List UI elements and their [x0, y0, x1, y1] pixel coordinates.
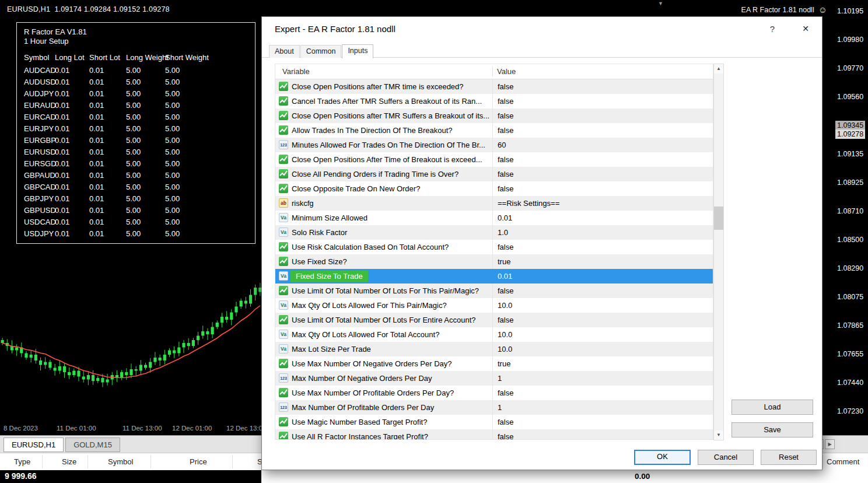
info-column-header: Long Lot — [55, 53, 85, 62]
close-icon[interactable]: ✕ — [797, 22, 814, 36]
tab-about[interactable]: About — [269, 45, 300, 58]
input-row[interactable]: 123Max Number Of Negative Orders Per Day… — [275, 371, 713, 386]
variable-value[interactable]: 1.0 — [492, 225, 713, 240]
profit-value: 0.00 — [635, 472, 650, 481]
chart-tab-gold-m15[interactable]: GOLD,M15 — [65, 438, 120, 452]
double-icon: Va — [279, 300, 288, 310]
input-row[interactable]: Use All R Factor Instances Target Profit… — [275, 429, 713, 440]
input-row[interactable]: Use Fixed Size?true — [275, 254, 713, 269]
price-tick: 1.07655 — [835, 349, 865, 359]
variable-value[interactable]: false — [492, 429, 713, 440]
input-row[interactable]: Use Max Number Of Profitable Orders Per … — [275, 386, 713, 400]
ea-info-panel: R Factor EA V1.81 1 Hour Setup SymbolLon… — [16, 22, 256, 244]
help-button[interactable]: ? — [765, 22, 780, 36]
reset-button[interactable]: Reset — [761, 450, 817, 465]
time-label: 11 Dec 01:00 — [57, 425, 96, 432]
price-tick: 1.09770 — [835, 64, 865, 73]
variable-value[interactable]: 60 — [492, 138, 713, 152]
value-cell: 0.01 — [55, 136, 69, 145]
input-row[interactable]: VaMax Lot Size Per Trade10.0 — [275, 342, 713, 356]
variable-value[interactable]: false — [492, 108, 713, 123]
variable-value[interactable]: true — [492, 254, 713, 269]
variable-value[interactable]: false — [492, 167, 713, 181]
inputs-scrollbar[interactable]: ▲ ▼ — [713, 64, 724, 440]
input-row[interactable]: VaMax Qty Of Lots Allowed For This Pair/… — [275, 298, 713, 313]
symbol-cell: EURGBP — [24, 136, 56, 145]
variable-value[interactable]: true — [492, 356, 713, 371]
cancel-button[interactable]: Cancel — [698, 450, 754, 465]
scroll-up-icon[interactable]: ▲ — [714, 64, 723, 74]
input-row[interactable]: Close Open Positions After Time of Break… — [275, 152, 713, 167]
variable-value[interactable]: false — [492, 181, 713, 196]
input-row[interactable]: Close All Pending Orders if Trading Time… — [275, 167, 713, 181]
tab-inputs[interactable]: Inputs — [342, 44, 373, 58]
ok-button[interactable]: OK — [634, 450, 691, 465]
input-row[interactable]: VaMinimum Size Allowed0.01 — [275, 211, 713, 225]
input-row[interactable]: abriskcfg==Risk Settings== — [275, 196, 713, 211]
value-cell: 5.00 — [165, 148, 180, 156]
chart-tab-eurusd-h1[interactable]: EURUSD,H1 — [4, 438, 64, 452]
symbol-cell: EURJPY — [24, 124, 54, 133]
input-row[interactable]: Use Limit Of Total Number Of Lots For Th… — [275, 284, 713, 298]
input-row[interactable]: Close Opposite Trade On New Order?false — [275, 181, 713, 196]
symbol-cell: EURUSD — [24, 148, 56, 156]
value-cell: 0.01 — [55, 194, 69, 203]
ea-info-title: R Factor EA V1.81 — [24, 27, 87, 36]
variable-value[interactable]: false — [492, 284, 713, 298]
column-separator — [822, 455, 823, 468]
input-row[interactable]: VaFixed Size To Trade0.01 — [275, 269, 713, 284]
integer-icon: 123 — [279, 402, 288, 412]
variable-value[interactable]: ==Risk Settings== — [492, 196, 713, 211]
input-row[interactable]: Use Limit Of Total Number Of Lots For En… — [275, 313, 713, 327]
variable-value[interactable]: false — [492, 123, 713, 138]
input-row[interactable]: Close Open Positions after TMR time is e… — [275, 79, 713, 94]
variable-value[interactable]: 10.0 — [492, 298, 713, 313]
info-column-header: Short Weight — [165, 53, 209, 62]
load-button[interactable]: Load — [732, 400, 813, 415]
variable-value[interactable]: false — [492, 152, 713, 167]
input-row[interactable]: Use Max Number Of Negative Orders Per Da… — [275, 356, 713, 371]
scrollbar-thumb[interactable] — [714, 206, 723, 230]
ea-status: EA R Factor 1.81 nodll ☺ — [741, 5, 827, 15]
double-icon: Va — [279, 228, 288, 237]
input-row[interactable]: 123Max Number Of Profitable Orders Per D… — [275, 400, 713, 415]
column-separator — [150, 455, 151, 468]
value-cell: 5.00 — [126, 89, 141, 98]
symbol-cell: GBPUSD — [24, 206, 56, 215]
value-cell: 5.00 — [165, 136, 180, 145]
variable-value[interactable]: 1 — [492, 400, 713, 415]
input-row[interactable]: Use Risk Calculation Based On Total Acco… — [275, 240, 713, 254]
variable-value[interactable]: 0.01 — [492, 211, 713, 225]
bool-icon — [279, 82, 288, 91]
variable-value[interactable]: 0.01 — [492, 269, 713, 284]
variable-name: Max Qty Of Lots Allowed For This Pair/Ma… — [292, 301, 447, 310]
variable-value[interactable]: false — [492, 94, 713, 108]
input-row[interactable]: Use Magic Number Based Target Profit?fal… — [275, 415, 713, 429]
price-tick: 1.09980 — [835, 35, 865, 44]
input-row[interactable]: Allow Trades In The Direction Of The Bre… — [275, 123, 713, 138]
variable-value[interactable]: false — [492, 415, 713, 429]
variable-value[interactable]: false — [492, 240, 713, 254]
input-row[interactable]: VaSolo Risk Factor1.0 — [275, 225, 713, 240]
input-row[interactable]: Close Open Positions after TMR Suffers a… — [275, 108, 713, 123]
column-price: Price — [190, 457, 207, 466]
input-row[interactable]: 123Minutes Allowed For Trades On The Dir… — [275, 138, 713, 152]
price-scale: 1.101951.099801.097701.095601.093451.091… — [834, 0, 868, 435]
variable-value[interactable]: false — [492, 386, 713, 400]
variable-value[interactable]: false — [492, 313, 713, 327]
save-button[interactable]: Save — [732, 422, 813, 438]
variable-value[interactable]: 10.0 — [492, 342, 713, 356]
header-separator — [492, 66, 493, 76]
price-tick: 1.09560 — [835, 92, 865, 102]
symbol-cell: GBPAUD — [24, 171, 55, 180]
scroll-down-icon[interactable]: ▼ — [714, 430, 723, 440]
input-row[interactable]: Cancel Trades After TMR Suffers a Breako… — [275, 94, 713, 108]
variable-value[interactable]: false — [492, 79, 713, 94]
tab-common[interactable]: Common — [300, 45, 342, 58]
tab-scroll-right-icon[interactable]: ▶ — [825, 439, 835, 449]
variable-value[interactable]: 10.0 — [492, 327, 713, 342]
value-cell: 5.00 — [165, 89, 180, 98]
time-label: 11 Dec 13:00 — [123, 425, 162, 432]
variable-value[interactable]: 1 — [492, 371, 713, 386]
input-row[interactable]: VaMax Qty Of Lots Allowed For Total Acco… — [275, 327, 713, 342]
